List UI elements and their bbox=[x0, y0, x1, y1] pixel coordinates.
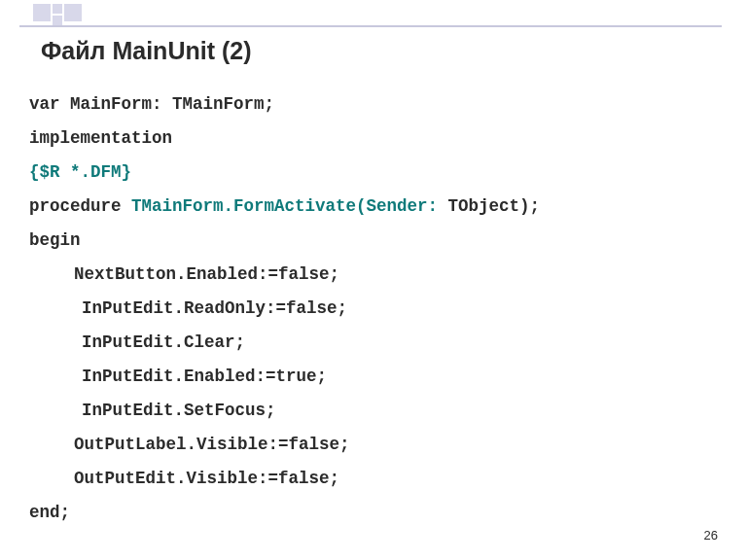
code-line: OutPutLabel.Visible:=false; bbox=[29, 428, 708, 462]
code-line: begin bbox=[29, 224, 708, 258]
code-fragment-method: TMainForm.FormActivate(Sender: bbox=[131, 196, 438, 216]
deco-square bbox=[33, 4, 51, 21]
header-rule bbox=[19, 25, 722, 27]
code-fragment: InPutEdit.Enabled:=true; bbox=[29, 360, 327, 394]
code-line: InPutEdit.Enabled:=true; bbox=[29, 360, 708, 394]
code-line: NextButton.Enabled:=false; bbox=[29, 258, 708, 292]
code-fragment: procedure bbox=[29, 196, 131, 216]
code-fragment: OutPutLabel.Visible:=false; bbox=[29, 428, 350, 462]
code-fragment: InPutEdit.ReadOnly:=false; bbox=[29, 292, 347, 326]
deco-square bbox=[53, 4, 62, 14]
code-line: procedure TMainForm.FormActivate(Sender:… bbox=[29, 190, 708, 224]
header-decoration bbox=[19, 4, 105, 33]
code-line: InPutEdit.ReadOnly:=false; bbox=[29, 292, 708, 326]
code-line: InPutEdit.Clear; bbox=[29, 326, 708, 360]
slide-title: Файл MainUnit (2) bbox=[41, 37, 251, 65]
code-block: var MainForm: TMainForm; implementation … bbox=[29, 88, 708, 530]
code-fragment: OutPutEdit.Visible:=false; bbox=[29, 462, 339, 496]
deco-square bbox=[64, 4, 82, 21]
code-fragment: NextButton.Enabled:=false; bbox=[29, 258, 339, 292]
code-fragment: TObject); bbox=[438, 196, 540, 216]
code-line-directive: {$R *.DFM} bbox=[29, 156, 708, 190]
code-fragment: InPutEdit.Clear; bbox=[29, 326, 245, 360]
page-number: 26 bbox=[704, 528, 718, 542]
code-line: var MainForm: TMainForm; bbox=[29, 88, 708, 122]
deco-square bbox=[53, 16, 62, 25]
code-line: implementation bbox=[29, 122, 708, 156]
code-line: InPutEdit.SetFocus; bbox=[29, 394, 708, 428]
slide: Файл MainUnit (2) var MainForm: TMainFor… bbox=[0, 0, 747, 560]
code-line: OutPutEdit.Visible:=false; bbox=[29, 462, 708, 496]
code-fragment: InPutEdit.SetFocus; bbox=[29, 394, 276, 428]
code-line: end; bbox=[29, 496, 708, 530]
